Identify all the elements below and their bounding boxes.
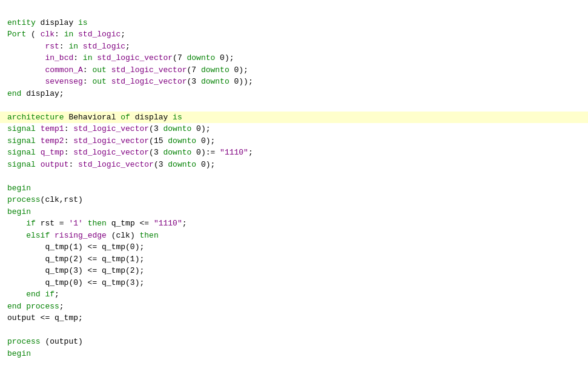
code-line: process (output) (0, 336, 588, 348)
code-line: signal temp1: std_logic_vector(3 downto … (0, 123, 588, 135)
code-line: q_tmp(2) <= q_tmp(1); (0, 253, 588, 265)
code-line: rst: in std_logic; (0, 41, 588, 53)
code-line: signal output: std_logic_vector(3 downto… (0, 159, 588, 171)
code-line: in_bcd: in std_logic_vector(7 downto 0); (0, 52, 588, 64)
code-line: begin (0, 182, 588, 195)
code-line: signal q_tmp: std_logic_vector(3 downto … (0, 147, 588, 159)
code-editor: entity display is Port ( clk: in std_log… (0, 0, 588, 377)
code-line: signal temp2: std_logic_vector(15 downto… (0, 135, 588, 147)
code-line: end process; (0, 301, 588, 313)
code-line: entity display is (0, 17, 588, 29)
code-line (0, 170, 588, 182)
code-line: q_tmp(3) <= q_tmp(2); (0, 265, 588, 277)
code-line: end if; (0, 289, 588, 301)
code-line-highlighted: architecture Behavioral of display is (0, 112, 588, 124)
code-line (0, 5, 588, 17)
code-line: q_tmp(0) <= q_tmp(3); (0, 277, 588, 289)
code-line: sevenseg: out std_logic_vector(3 downto … (0, 76, 588, 88)
code-line: elsif rising_edge (clk) then (0, 230, 588, 242)
code-line: begin (0, 206, 588, 218)
code-line: end display; (0, 88, 588, 100)
code-line: q_tmp(1) <= q_tmp(0); (0, 241, 588, 253)
code-line: Port ( clk: in std_logic; (0, 28, 588, 41)
code-line: output <= q_tmp; (0, 312, 588, 324)
code-line: begin (0, 348, 588, 360)
code-line: process(clk,rst) (0, 194, 588, 206)
code-line (0, 324, 588, 336)
code-line: common_A: out std_logic_vector(7 downto … (0, 64, 588, 76)
code-line (0, 99, 588, 112)
code-line: if rst = '1' then q_tmp <= "1110"; (0, 218, 588, 230)
